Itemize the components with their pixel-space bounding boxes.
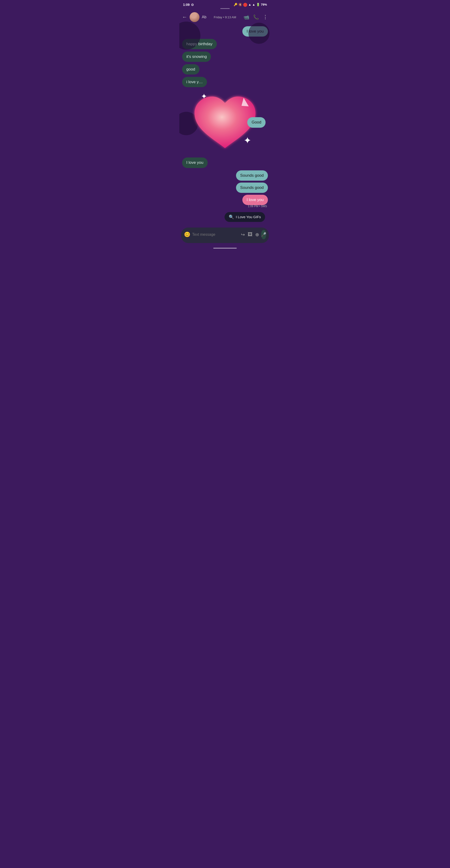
- chat-timestamp: Friday • 9:13 AM: [209, 16, 241, 19]
- message-1: I love you: [242, 26, 268, 36]
- search-icon: 🔍: [229, 214, 234, 220]
- status-right: 🔑 🔇 ⬤ ▲ ▲ 🔋 79%: [234, 2, 267, 7]
- message-9: Sounds good: [236, 183, 268, 193]
- msg-row-2: happy birthday: [182, 39, 268, 49]
- sparkle-2: ✦: [243, 135, 251, 146]
- signal-icon: ▲: [252, 3, 255, 6]
- battery-icon: 🔋: [256, 3, 260, 6]
- avatar[interactable]: [190, 12, 200, 22]
- message-8: Sounds good: [236, 170, 268, 181]
- microphone-icon: 🎤: [261, 232, 266, 237]
- message-10: I love you: [242, 195, 268, 205]
- suggest-icon[interactable]: ↪: [241, 232, 245, 238]
- emoji-button[interactable]: 😊: [184, 231, 190, 238]
- contact-name: Ab: [202, 15, 207, 19]
- gif-bar-wrapper: 🔍 I Love You GIFs: [179, 210, 271, 226]
- record-icon2: ⬤: [243, 2, 247, 7]
- sparkle-1: ✦: [201, 92, 207, 101]
- status-left: 1:09 ⊙: [183, 3, 194, 6]
- message-6: Good: [247, 117, 266, 127]
- time: 1:09: [183, 3, 190, 6]
- gif-search-bar[interactable]: 🔍 I Love You GIFs: [224, 212, 265, 222]
- add-icon[interactable]: ⊕: [255, 232, 259, 238]
- gif-bar-label: I Love You GIFs: [236, 215, 261, 219]
- back-button[interactable]: ←: [182, 14, 187, 20]
- more-options-icon[interactable]: ⋮: [263, 14, 268, 20]
- msg-row-sent-group: Sounds good Sounds good I love you 1:09 …: [182, 170, 268, 208]
- msg-row-3: it's snowing: [182, 52, 268, 62]
- messages-area: I love you happy birthday it's snowing g…: [179, 24, 271, 210]
- heart-container: ✦ ✦ Go: [182, 85, 268, 160]
- input-area: 😊 ↪ 🖼 ⊕ 🎤: [181, 227, 269, 243]
- msg-row-4: good: [182, 64, 268, 74]
- record-icon: ⊙: [191, 3, 194, 6]
- video-call-icon[interactable]: 📹: [243, 14, 249, 20]
- battery-percent: 79%: [261, 3, 267, 6]
- message-timestamp: 1:09 PM • SMS: [248, 205, 268, 208]
- message-4: good: [182, 64, 200, 74]
- key-icon: 🔑: [234, 3, 237, 6]
- mute-icon: 🔇: [238, 3, 242, 6]
- voice-button[interactable]: 🎤: [261, 230, 266, 239]
- header-icons: 📹 📞 ⋮: [243, 14, 268, 20]
- text-input[interactable]: [192, 232, 239, 237]
- header: ← Ab Friday • 9:13 AM 📹 📞 ⋮: [179, 10, 271, 24]
- input-icons: ↪ 🖼 ⊕: [241, 232, 259, 238]
- phone-call-icon[interactable]: 📞: [253, 14, 259, 20]
- bottom-pill: [213, 248, 237, 249]
- message-3: it's snowing: [182, 52, 211, 62]
- msg-row-1: I love you: [182, 26, 268, 36]
- wifi-icon: ▲: [248, 3, 251, 6]
- image-icon[interactable]: 🖼: [248, 232, 252, 237]
- status-bar: 1:09 ⊙ 🔑 🔇 ⬤ ▲ ▲ 🔋 79%: [179, 0, 271, 8]
- message-2: happy birthday: [182, 39, 217, 49]
- drag-handle: [220, 8, 230, 9]
